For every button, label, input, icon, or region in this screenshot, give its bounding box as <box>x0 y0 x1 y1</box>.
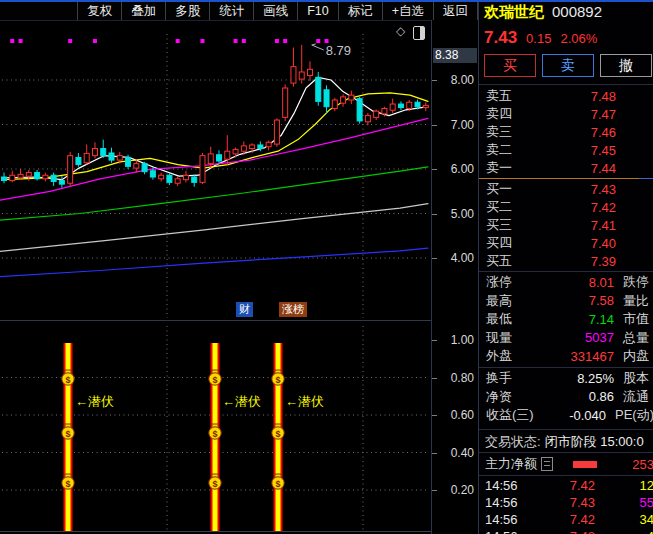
candlestick[interactable] <box>307 61 312 81</box>
fin-row: 收益(三)-0.040PE(动) <box>479 406 653 425</box>
candlestick[interactable] <box>200 153 205 184</box>
candlestick[interactable] <box>365 113 370 125</box>
stock-name: 欢瑞世纪 <box>484 3 544 20</box>
sub-chart-svg[interactable]: $$$←潜伏$$$←潜伏$$$←潜伏 <box>0 322 430 534</box>
candlestick[interactable] <box>217 150 222 163</box>
candlestick[interactable] <box>109 148 114 163</box>
fin-label2: PE(动) <box>606 406 653 424</box>
candlestick[interactable] <box>43 173 48 182</box>
bid-row[interactable]: 买三7.41 <box>479 216 653 234</box>
menu-item-add-watchlist[interactable]: +自选 <box>382 2 433 20</box>
ambush-signal-label: ←潜伏 <box>75 394 114 409</box>
rank-badge[interactable]: 涨榜 <box>279 302 307 317</box>
stat-value: 5037 <box>538 330 614 345</box>
indicator-panel-canvas[interactable]: $$$←潜伏$$$←潜伏$$$←潜伏 <box>0 322 430 534</box>
candlestick[interactable] <box>299 45 304 84</box>
main-flow-value: 253 <box>632 457 653 472</box>
svg-text:$: $ <box>275 429 280 439</box>
candlestick[interactable] <box>291 48 296 87</box>
candlestick[interactable] <box>316 72 321 106</box>
signal-dot <box>283 39 287 43</box>
menu-item-mark[interactable]: 标记 <box>338 2 382 20</box>
fin-row: 换手8.25%股本 <box>479 369 653 388</box>
price-summary: 7.430.152.06% <box>484 28 597 48</box>
candlestick[interactable] <box>51 173 56 186</box>
menu-item-stats[interactable]: 统计 <box>209 2 253 20</box>
sell-button[interactable]: 卖 <box>542 54 594 77</box>
candlestick[interactable] <box>84 145 89 165</box>
note-icon[interactable] <box>541 457 553 471</box>
candlestick[interactable] <box>101 140 106 158</box>
candlestick-chart-canvas[interactable]: 8.79 <box>0 20 430 322</box>
candlestick[interactable] <box>35 170 40 181</box>
main-chart-svg[interactable]: 8.79 <box>0 20 430 322</box>
menu-item-overlay[interactable]: 叠加 <box>121 2 165 20</box>
stat-value: 7.58 <box>538 293 614 308</box>
candlestick[interactable] <box>390 99 395 113</box>
stat-label: 最低 <box>479 310 538 328</box>
menu-item-drawline[interactable]: 画线 <box>253 2 297 20</box>
candlestick[interactable] <box>175 176 180 186</box>
buy-button[interactable]: 买 <box>484 54 536 77</box>
candlestick[interactable] <box>374 109 379 120</box>
candlestick[interactable] <box>398 101 403 110</box>
menu-item-multistock[interactable]: 多股 <box>165 2 209 20</box>
candlestick[interactable] <box>10 171 15 183</box>
fin-value: 8.25% <box>538 371 614 386</box>
bid-row[interactable]: 买一7.43 <box>479 180 653 198</box>
candlestick[interactable] <box>18 169 23 180</box>
signal-bar[interactable]: $$$←潜伏 <box>62 343 114 531</box>
ask-row[interactable]: 卖三7.46 <box>479 123 653 141</box>
bid-row[interactable]: 买四7.40 <box>479 234 653 252</box>
last-price: 7.43 <box>484 28 517 47</box>
financials-block: 换手8.25%股本 净资0.86流通 收益(三)-0.040PE(动) <box>479 369 653 425</box>
stat-label2: 跌停 <box>614 273 649 291</box>
stat-label2: 总量 <box>614 329 649 347</box>
ask-row[interactable]: 卖一7.44 <box>479 159 653 177</box>
candlestick[interactable] <box>183 171 188 183</box>
main-axis-label: 4.00 <box>451 251 474 265</box>
axis-tick <box>432 258 437 259</box>
candlestick[interactable] <box>324 85 329 113</box>
menu-item-restore[interactable]: 复权 <box>77 2 121 20</box>
trade-volume: 34 <box>640 512 653 527</box>
main-axis-label: 5.00 <box>451 207 474 221</box>
ask-price: 7.47 <box>542 107 616 122</box>
tick-trades-list: 14:567.4212 14:567.4355 14:567.4234 14:5… <box>479 477 653 534</box>
candlestick[interactable] <box>349 91 354 104</box>
ask-row[interactable]: 卖四7.47 <box>479 105 653 123</box>
ask-row[interactable]: 卖五7.48 <box>479 87 653 105</box>
candlestick[interactable] <box>2 173 7 184</box>
candlestick[interactable] <box>357 97 362 124</box>
bid-row[interactable]: 买二7.42 <box>479 198 653 216</box>
candlestick[interactable] <box>92 142 97 158</box>
signal-bar[interactable]: $$$←潜伏 <box>209 343 261 531</box>
panel-divider <box>0 320 478 321</box>
candlestick[interactable] <box>192 174 197 186</box>
candlestick[interactable] <box>332 98 337 111</box>
trade-price: 7.42 <box>533 478 595 493</box>
candlestick[interactable] <box>341 94 346 106</box>
signal-bar[interactable]: $$$←潜伏 <box>272 343 324 531</box>
divider <box>479 84 653 85</box>
trade-price: 7.42 <box>533 512 595 527</box>
finance-badge[interactable]: 财 <box>236 302 253 317</box>
session-label: 交易状态: <box>479 433 541 451</box>
menu-item-f10[interactable]: F10 <box>297 2 338 20</box>
candlestick[interactable] <box>76 153 81 167</box>
fin-row: 净资0.86流通 <box>479 388 653 407</box>
candlestick[interactable] <box>283 84 288 120</box>
candlestick[interactable] <box>68 152 73 186</box>
cancel-button[interactable]: 撤 <box>600 54 652 77</box>
menu-item-back[interactable]: 返回 <box>433 2 478 20</box>
candlestick[interactable] <box>167 173 172 185</box>
bid-row[interactable]: 买五7.39 <box>479 252 653 270</box>
candlestick[interactable] <box>423 102 428 111</box>
candlestick[interactable] <box>159 173 164 182</box>
candlestick[interactable] <box>274 118 279 146</box>
ask-row[interactable]: 卖二7.45 <box>479 141 653 159</box>
fin-label: 换手 <box>479 369 538 387</box>
candlestick[interactable] <box>142 162 147 174</box>
candlestick[interactable] <box>266 141 271 151</box>
trade-row: 14:567.4212 <box>479 477 653 494</box>
